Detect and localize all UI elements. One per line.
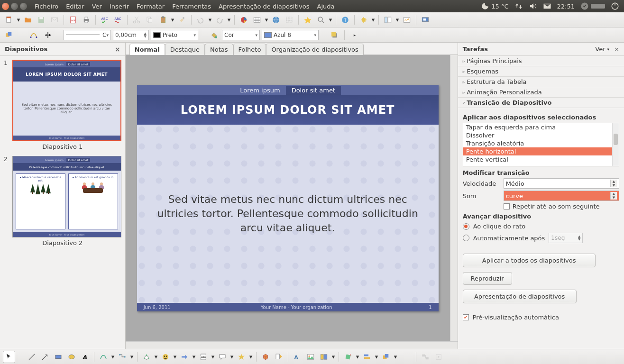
vertical-scrollbar[interactable]	[450, 55, 458, 341]
table-button[interactable]	[251, 14, 263, 26]
line-width-input[interactable]: 0,00cm ▲▼	[113, 30, 149, 40]
apply-all-button[interactable]: Aplicar a todos os diapositivos	[463, 254, 596, 267]
advance-click-radio[interactable]	[463, 223, 469, 230]
text-tool-button[interactable]: A	[79, 351, 91, 363]
arrange-stack-button[interactable]	[380, 351, 392, 363]
user-indicator[interactable]	[578, 2, 608, 10]
advance-auto-radio[interactable]	[463, 235, 469, 241]
extension-button[interactable]	[358, 14, 370, 26]
print-button[interactable]	[80, 14, 92, 26]
tasks-view-dropdown[interactable]: Ver ▾ ×	[595, 46, 619, 53]
auto-spellcheck-button[interactable]: ABC	[112, 14, 124, 26]
flowchart-dropdown[interactable]: ▾	[211, 351, 215, 363]
maximize-icon[interactable]	[20, 3, 27, 10]
network-indicator[interactable]	[512, 2, 526, 10]
repeat-checkbox[interactable]	[504, 203, 510, 209]
menu-ajuda[interactable]: Ajuda	[313, 1, 339, 12]
close-icon[interactable]	[2, 3, 9, 10]
callouts-dropdown[interactable]: ▾	[229, 351, 234, 363]
menu-inserir[interactable]: Inserir	[106, 1, 133, 12]
zoom-dropdown[interactable]: ▾	[328, 14, 333, 26]
transition-item-selected[interactable]: Pente horizontal	[463, 147, 619, 155]
arrange-stack-dropdown[interactable]: ▾	[393, 351, 398, 363]
email-button[interactable]	[48, 14, 61, 26]
format-paintbrush-button[interactable]	[176, 14, 188, 26]
advance-time-input[interactable]: 1seg ▲▼	[549, 233, 583, 243]
task-sec-layouts[interactable]: ▹Esquemas	[458, 66, 624, 77]
undo-button[interactable]	[194, 14, 207, 26]
navigator-button[interactable]	[302, 14, 314, 26]
transition-list-scrollbar[interactable]	[612, 123, 619, 166]
basic-shapes-dropdown[interactable]: ▾	[154, 351, 158, 363]
slide-design-button[interactable]	[401, 14, 413, 26]
align-button[interactable]	[361, 351, 373, 363]
hyperlink-button[interactable]	[270, 14, 282, 26]
minimize-icon[interactable]	[11, 3, 18, 10]
extension-dropdown[interactable]: ▾	[371, 14, 376, 26]
chart-button[interactable]	[238, 14, 250, 26]
slide-title[interactable]: LOREM IPSUM DOLOR SIT AMET	[137, 95, 439, 125]
undo-dropdown[interactable]: ▾	[208, 14, 212, 26]
task-sec-transition[interactable]: ▿Transição de Diapositivo	[458, 98, 624, 108]
basic-shapes-button[interactable]	[140, 351, 153, 363]
canvas-viewport[interactable]: Lorem ipsum Dolor sit amet LOREM IPSUM D…	[126, 55, 450, 341]
task-sec-animation[interactable]: ▹Animação Personalizada	[458, 87, 624, 98]
slide-thumb-1[interactable]: 1 Lorem ipsumDolor sit amet LOREM IPSUM …	[4, 60, 121, 150]
fontwork-button[interactable]: A	[291, 351, 303, 363]
select-tool-button[interactable]	[3, 351, 15, 363]
fill-mode-select[interactable]: Cor ▾	[222, 30, 260, 40]
zoom-button[interactable]	[315, 14, 327, 26]
table-dropdown[interactable]: ▾	[264, 14, 269, 26]
tab-notas[interactable]: Notas	[205, 44, 233, 55]
spellcheck-button[interactable]: ABC	[99, 14, 111, 26]
curve-tool-button[interactable]	[97, 351, 110, 363]
tab-destaque[interactable]: Destaque	[165, 44, 205, 55]
slide-panel-button[interactable]	[382, 14, 394, 26]
edit-points-button[interactable]	[28, 29, 40, 41]
menu-formatar[interactable]: Formatar	[133, 1, 168, 12]
sound-select[interactable]: curve ▲▼	[504, 191, 619, 201]
tab-organizacao[interactable]: Organização de diapositivos	[266, 44, 363, 55]
horizontal-scrollbar[interactable]	[126, 341, 458, 349]
advance-auto-row[interactable]: Automaticamente após 1seg ▲▼	[463, 233, 619, 243]
transition-item[interactable]: Pente vertical	[463, 155, 619, 164]
line-color-select[interactable]: Preto ▾	[151, 30, 198, 40]
rect-tool-button[interactable]	[52, 351, 64, 363]
gallery-button[interactable]	[318, 351, 330, 363]
preview-row[interactable]: ✔ Pré-visualização automática	[463, 314, 619, 321]
rotate-button[interactable]	[342, 351, 354, 363]
fill-color-select[interactable]: Azul 8 ▾	[262, 30, 319, 40]
curve-dropdown[interactable]: ▾	[110, 351, 115, 363]
copy-button[interactable]	[144, 14, 156, 26]
slide-canvas[interactable]: Lorem ipsum Dolor sit amet LOREM IPSUM D…	[137, 85, 439, 311]
gluepoint-button[interactable]	[273, 351, 285, 363]
line-style-select[interactable]: C ▾	[64, 30, 111, 40]
ellipse-tool-button[interactable]	[65, 351, 78, 363]
redo-dropdown[interactable]: ▾	[227, 14, 231, 26]
weather-indicator[interactable]: 15 °C	[478, 2, 511, 10]
stars-button[interactable]	[235, 351, 248, 363]
transition-item[interactable]: Tapar da esquerda para cima	[463, 123, 619, 131]
grid-button[interactable]	[283, 14, 295, 26]
paste-dropdown[interactable]: ▾	[170, 14, 175, 26]
help-button[interactable]: ?	[339, 14, 351, 26]
new-doc-button[interactable]	[3, 14, 15, 26]
tab-normal[interactable]: Normal	[129, 44, 165, 55]
animation-button[interactable]	[432, 351, 445, 363]
task-sec-table[interactable]: ▹Estrutura da Tabela	[458, 77, 624, 87]
connector-tool-button[interactable]	[116, 351, 128, 363]
menu-editar[interactable]: Editar	[62, 1, 88, 12]
block-arrows-button[interactable]	[178, 351, 191, 363]
present-button[interactable]: Apresentação de diapositivos	[463, 290, 577, 303]
3d-shapes-button[interactable]	[259, 351, 272, 363]
menu-apresentacao[interactable]: Apresentação de diapositivos	[215, 1, 313, 12]
mail-indicator[interactable]	[540, 2, 554, 10]
interaction-button[interactable]	[419, 351, 431, 363]
transition-item[interactable]: Transição aleatória	[463, 139, 619, 147]
align-dropdown[interactable]: ▾	[374, 351, 379, 363]
menu-ferramentas[interactable]: Ferramentas	[168, 1, 215, 12]
transition-list[interactable]: Tapar da esquerda para cima Dissolver Tr…	[463, 123, 619, 166]
speed-select[interactable]: Médio ▲▼	[504, 178, 619, 189]
export-pdf-button[interactable]: PDF	[67, 14, 79, 26]
redo-button[interactable]	[213, 14, 226, 26]
